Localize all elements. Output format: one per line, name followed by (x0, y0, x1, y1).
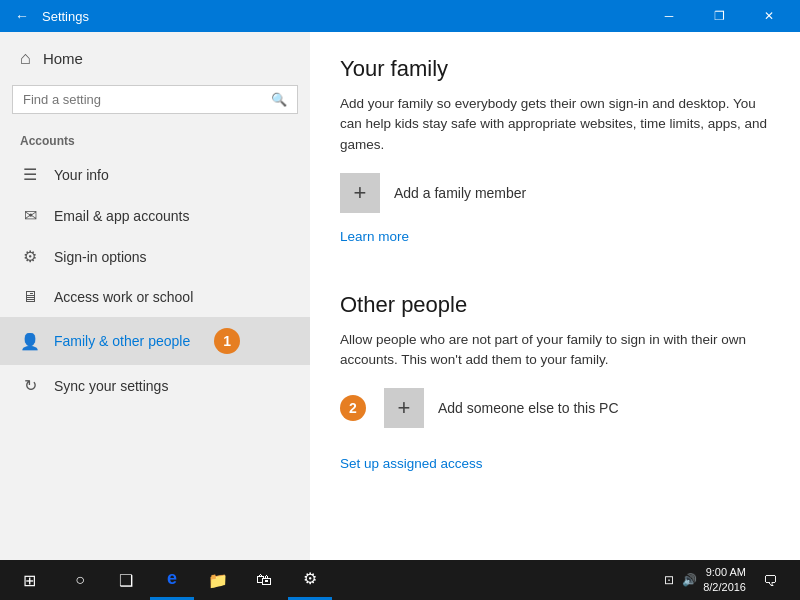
edge-icon: e (167, 568, 177, 589)
sidebar-item-label-work: Access work or school (54, 289, 193, 305)
add-family-member-button[interactable]: + (340, 173, 380, 213)
settings-icon: ⚙ (303, 569, 317, 588)
clock-date: 8/2/2016 (703, 580, 746, 595)
taskbar-explorer-button[interactable]: 📁 (196, 560, 240, 600)
home-icon: ⌂ (20, 48, 31, 69)
content-area: Your family Add your family so everybody… (310, 32, 800, 560)
badge-1: 1 (214, 328, 240, 354)
sidebar-item-your-info[interactable]: ☰ Your info (0, 154, 310, 195)
email-icon: ✉ (20, 206, 40, 225)
other-people-title: Other people (340, 292, 770, 318)
add-someone-button[interactable]: + (384, 388, 424, 428)
sign-in-icon: ⚙ (20, 247, 40, 266)
family-section: Your family Add your family so everybody… (340, 56, 770, 272)
add-family-member-row: + Add a family member (340, 173, 770, 213)
setup-assigned-access-link[interactable]: Set up assigned access (340, 456, 483, 471)
system-tray: ⊡ 🔊 (664, 573, 697, 587)
start-icon: ⊞ (23, 571, 36, 590)
learn-more-link[interactable]: Learn more (340, 229, 409, 244)
family-icon: 👤 (20, 332, 40, 351)
home-label: Home (43, 50, 83, 67)
main-container: ⌂ Home 🔍 Accounts ☰ Your info ✉ Email & … (0, 32, 800, 560)
home-button[interactable]: ⌂ Home (0, 32, 310, 85)
sidebar-item-label-signin: Sign-in options (54, 249, 147, 265)
back-button[interactable]: ← (8, 2, 36, 30)
sidebar-item-label-sync: Sync your settings (54, 378, 168, 394)
other-people-section: Other people Allow people who are not pa… (340, 292, 770, 473)
search-input[interactable] (23, 92, 271, 107)
taskbar-store-button[interactable]: 🛍 (242, 560, 286, 600)
volume-icon: 🔊 (682, 573, 697, 587)
system-clock[interactable]: 9:00 AM 8/2/2016 (703, 565, 746, 596)
taskbar: ⊞ ○ ❑ e 📁 🛍 ⚙ ⊡ 🔊 9:00 AM 8/2/2016 (0, 560, 800, 600)
search-box[interactable]: 🔍 (12, 85, 298, 114)
close-button[interactable]: ✕ (746, 0, 792, 32)
minimize-button[interactable]: ─ (646, 0, 692, 32)
title-bar: ← Settings ─ ❐ ✕ (0, 0, 800, 32)
your-info-icon: ☰ (20, 165, 40, 184)
taskbar-task-view-button[interactable]: ❑ (104, 560, 148, 600)
notification-icon: 🗨 (763, 572, 778, 589)
network-icon: ⊡ (664, 573, 674, 587)
sidebar-item-label-your-info: Your info (54, 167, 109, 183)
sidebar-section-label: Accounts (0, 126, 310, 154)
sidebar-item-label-email: Email & app accounts (54, 208, 189, 224)
clock-time: 9:00 AM (703, 565, 746, 580)
sidebar-item-sync-settings[interactable]: ↻ Sync your settings (0, 365, 310, 406)
sidebar-item-label-family: Family & other people (54, 333, 190, 349)
taskbar-edge-button[interactable]: e (150, 560, 194, 600)
taskbar-right: ⊡ 🔊 9:00 AM 8/2/2016 🗨 (664, 560, 796, 600)
sync-icon: ↻ (20, 376, 40, 395)
search-icon: 🔍 (271, 92, 287, 107)
sidebar-item-family-other-people[interactable]: 👤 Family & other people 1 (0, 317, 310, 365)
window-title: Settings (42, 9, 89, 24)
add-family-member-label: Add a family member (394, 185, 526, 201)
maximize-button[interactable]: ❐ (696, 0, 742, 32)
store-icon: 🛍 (256, 571, 272, 589)
task-view-icon: ❑ (119, 571, 133, 590)
sidebar-item-access-work-school[interactable]: 🖥 Access work or school (0, 277, 310, 317)
sidebar-item-email-app-accounts[interactable]: ✉ Email & app accounts (0, 195, 310, 236)
other-people-description: Allow people who are not part of your fa… (340, 330, 770, 371)
taskbar-search-button[interactable]: ○ (58, 560, 102, 600)
notification-button[interactable]: 🗨 (752, 560, 788, 600)
explorer-icon: 📁 (208, 571, 228, 590)
add-someone-label: Add someone else to this PC (438, 400, 619, 416)
taskbar-settings-button[interactable]: ⚙ (288, 560, 332, 600)
taskbar-search-icon: ○ (75, 571, 85, 589)
window-controls: ─ ❐ ✕ (646, 0, 792, 32)
add-someone-row: 2 + Add someone else to this PC (340, 388, 770, 428)
sidebar: ⌂ Home 🔍 Accounts ☰ Your info ✉ Email & … (0, 32, 310, 560)
badge-2: 2 (340, 395, 366, 421)
sidebar-item-sign-in-options[interactable]: ⚙ Sign-in options (0, 236, 310, 277)
work-icon: 🖥 (20, 288, 40, 306)
taskbar-icons: ○ ❑ e 📁 🛍 ⚙ (58, 560, 332, 600)
family-title: Your family (340, 56, 770, 82)
start-button[interactable]: ⊞ (4, 560, 54, 600)
family-description: Add your family so everybody gets their … (340, 94, 770, 155)
